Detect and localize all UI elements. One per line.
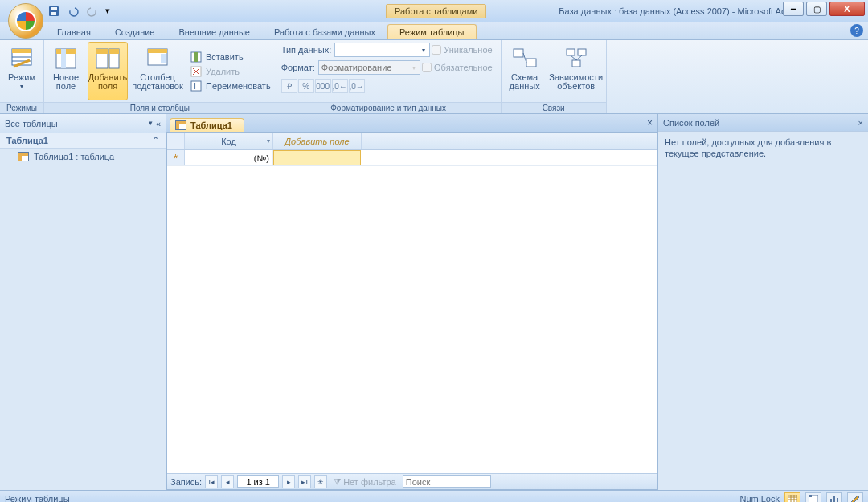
nav-item-table1[interactable]: Таблица1 : таблица	[0, 149, 166, 165]
required-checkbox: Обязательное	[419, 62, 496, 73]
new-record-button[interactable]: ✳	[314, 475, 327, 488]
svg-line-31	[576, 55, 582, 60]
svg-rect-32	[788, 495, 797, 503]
relationships-button[interactable]: Схема данных	[503, 42, 547, 100]
field-list-close-button[interactable]: ×	[858, 118, 863, 128]
chevron-down-icon[interactable]: ▾	[267, 137, 270, 145]
tab-datasheet[interactable]: Режим таблицы	[387, 24, 477, 39]
svg-rect-41	[837, 498, 838, 502]
save-icon[interactable]	[45, 2, 63, 20]
chart-view-button[interactable]	[826, 492, 842, 503]
dependencies-button[interactable]: Зависимости объектов	[548, 42, 604, 100]
unique-checkbox: Уникальное	[428, 44, 495, 55]
group-formatting-label: Форматирование и тип данных	[276, 102, 501, 113]
prev-record-button[interactable]: ◂	[221, 475, 234, 488]
view-button[interactable]: Режим▾	[2, 42, 42, 100]
column-header-add[interactable]: Добавить поле	[273, 133, 362, 149]
pivot-icon	[809, 495, 818, 503]
contextual-tab-title: Работа с таблицами	[386, 4, 486, 18]
search-input[interactable]	[403, 475, 491, 488]
group-fields-label: Поля и столбцы	[44, 102, 276, 113]
svg-rect-1	[51, 7, 57, 10]
lookup-icon	[145, 46, 170, 71]
new-row-indicator-icon[interactable]: *	[167, 150, 185, 165]
undo-icon[interactable]	[64, 2, 82, 20]
table-icon	[175, 120, 186, 130]
field-list-pane: Список полей × Нет полей, доступных для …	[657, 114, 868, 490]
tab-create[interactable]: Создание	[103, 24, 167, 39]
format-select	[318, 60, 420, 75]
datasheet-header: Код▾ Добавить поле	[167, 133, 657, 150]
field-list-message: Нет полей, доступных для добавления в те…	[658, 132, 868, 164]
close-button[interactable]: X	[829, 2, 865, 16]
field-list-header: Список полей ×	[658, 114, 868, 132]
maximize-button[interactable]: ▢	[806, 2, 827, 16]
first-record-button[interactable]: I◂	[205, 475, 218, 488]
design-view-button[interactable]	[847, 492, 863, 503]
row-selector-header[interactable]	[167, 133, 185, 149]
record-navigator: Запись: I◂ ◂ ▸ ▸I ✳ ⧩Нет фильтра	[167, 473, 657, 489]
last-record-button[interactable]: ▸I	[298, 475, 311, 488]
svg-rect-38	[809, 495, 812, 497]
office-button[interactable]	[8, 3, 43, 39]
svg-line-26	[523, 53, 526, 63]
insert-button[interactable]: Вставить	[187, 50, 274, 64]
svg-rect-4	[12, 49, 31, 53]
svg-rect-27	[567, 49, 575, 55]
minimize-button[interactable]: ━	[783, 2, 804, 16]
new-field-button[interactable]: Новое поле	[46, 42, 86, 100]
no-filter-indicator: ⧩Нет фильтра	[334, 476, 396, 487]
svg-rect-18	[194, 52, 198, 62]
doc-close-button[interactable]: ×	[647, 117, 653, 129]
datasheet-view-button[interactable]	[784, 492, 800, 503]
cell-add-field[interactable]	[273, 150, 361, 165]
pivot-view-button[interactable]	[805, 492, 821, 503]
quick-access-toolbar: ▾	[45, 2, 113, 20]
svg-rect-11	[96, 49, 108, 54]
nav-header[interactable]: Все таблицы ▾«	[0, 114, 166, 133]
column-header-id[interactable]: Код▾	[185, 133, 273, 149]
comma-icon: 000	[315, 79, 331, 93]
datasheet: Код▾ Добавить поле * (№) Запись: I◂ ◂ ▸ …	[166, 132, 657, 490]
datatype-select[interactable]	[334, 43, 430, 57]
tab-database-tools[interactable]: Работа с базами данных	[262, 24, 387, 39]
qat-customize-icon[interactable]: ▾	[103, 2, 113, 20]
add-fields-button[interactable]: Добавить поля	[88, 42, 128, 100]
datasheet-body[interactable]: * (№)	[167, 150, 657, 473]
new-field-icon	[53, 46, 79, 71]
nav-dropdown-icon[interactable]: ▾	[149, 119, 153, 129]
svg-rect-24	[514, 49, 523, 57]
add-fields-icon	[95, 46, 121, 71]
main-area: Все таблицы ▾« Таблица1⌃ Таблица1 : табл…	[0, 114, 868, 490]
office-logo-icon	[15, 10, 36, 31]
record-position-input[interactable]	[237, 475, 279, 488]
group-relationships: Схема данных Зависимости объектов Связи	[502, 40, 607, 113]
svg-rect-39	[830, 499, 832, 502]
rename-button[interactable]: IПереименовать	[187, 79, 274, 93]
table-row: * (№)	[167, 150, 657, 166]
doc-tab-table1[interactable]: Таблица1	[170, 118, 244, 132]
redo-icon[interactable]	[84, 2, 101, 20]
decrease-decimal-icon: ,0→	[349, 79, 365, 93]
tab-home[interactable]: Главная	[45, 24, 103, 39]
status-bar: Режим таблицы Num Lock	[0, 490, 868, 502]
cell-id[interactable]: (№)	[185, 150, 273, 165]
svg-rect-13	[109, 49, 119, 54]
svg-line-30	[571, 55, 576, 60]
nav-collapse-icon[interactable]: «	[156, 119, 161, 129]
svg-rect-25	[526, 59, 536, 67]
nav-group-table1[interactable]: Таблица1⌃	[0, 133, 166, 149]
status-mode: Режим таблицы	[5, 494, 70, 503]
titlebar: ▾ Работа с таблицами База данных : база …	[0, 0, 868, 22]
svg-rect-2	[51, 12, 56, 15]
help-button[interactable]: ?	[850, 24, 863, 37]
svg-rect-28	[578, 49, 586, 55]
next-record-button[interactable]: ▸	[282, 475, 295, 488]
lookup-column-button[interactable]: Столбец подстановок	[129, 42, 186, 100]
svg-rect-16	[161, 54, 166, 63]
tab-external-data[interactable]: Внешние данные	[167, 24, 262, 39]
svg-rect-9	[61, 49, 66, 68]
insert-icon	[190, 51, 203, 63]
ribbon: Режим▾ Режимы Новое поле Добавить поля С…	[0, 40, 868, 114]
design-icon	[850, 495, 860, 503]
